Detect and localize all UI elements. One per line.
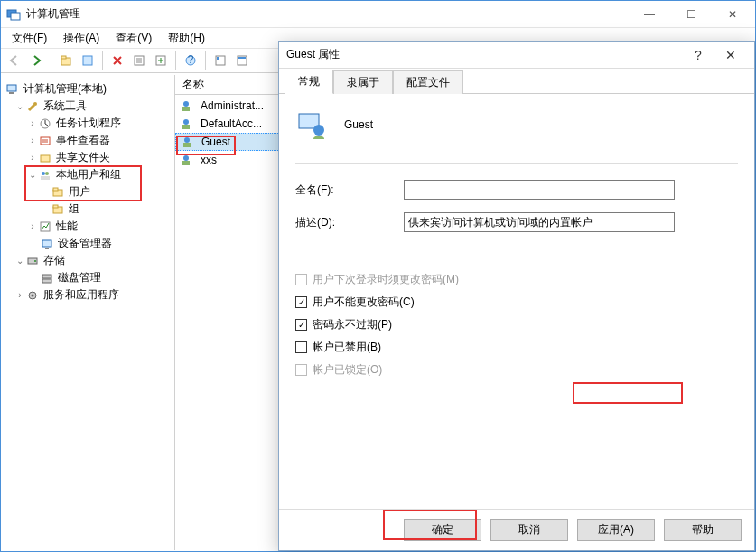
svg-point-30 (34, 260, 36, 262)
checkbox-label: 用户下次登录时须更改密码(M) (313, 272, 459, 287)
fullname-input[interactable] (404, 180, 675, 200)
expander-icon[interactable]: › (27, 221, 38, 231)
description-label: 描述(D): (295, 215, 404, 230)
checkbox-icon[interactable]: ✓ (295, 296, 307, 308)
tree-task-scheduler[interactable]: ›任务计划程序 (5, 115, 171, 132)
user-icon (179, 153, 193, 167)
help-icon[interactable]: ? (181, 51, 201, 70)
expander-icon[interactable]: ⌄ (27, 170, 38, 180)
checkbox-account-disabled[interactable]: 帐户已禁用(B) (295, 340, 738, 355)
svg-rect-31 (42, 275, 51, 278)
apply-button[interactable]: 应用(A) (577, 519, 655, 541)
refresh-icon[interactable] (129, 51, 149, 70)
description-input[interactable] (404, 212, 675, 232)
tab-profile[interactable]: 配置文件 (393, 70, 463, 94)
svg-rect-18 (41, 155, 50, 162)
svg-rect-4 (83, 56, 92, 65)
tree-users[interactable]: 用户 (5, 183, 171, 201)
list-label: Guest (201, 136, 230, 148)
svg-rect-36 (182, 107, 190, 111)
tree-system-tools[interactable]: ⌄系统工具 (5, 98, 171, 115)
svg-rect-17 (41, 137, 50, 145)
expander-icon[interactable]: ⌄ (14, 256, 25, 266)
menu-file[interactable]: 文件(F) (5, 29, 54, 48)
close-button[interactable]: ✕ (712, 1, 753, 28)
tree-disk-management[interactable]: 磁盘管理 (5, 269, 171, 286)
clock-icon (38, 117, 52, 131)
tree-event-viewer[interactable]: ›事件查看器 (5, 132, 171, 149)
user-icon (180, 135, 194, 149)
checkbox-never-expire[interactable]: ✓ 密码永不过期(P) (295, 317, 738, 332)
svg-rect-1 (11, 13, 20, 20)
expander-icon[interactable]: › (14, 290, 25, 300)
tree-label: 存储 (43, 253, 65, 268)
tree-shared-folders[interactable]: ›共享文件夹 (5, 149, 171, 166)
expander-icon[interactable]: ⌄ (14, 101, 25, 111)
tab-memberof[interactable]: 隶属于 (333, 70, 393, 94)
user-icon (179, 117, 193, 131)
expander-icon[interactable]: › (27, 136, 38, 145)
svg-point-35 (183, 101, 189, 107)
export-icon[interactable] (151, 51, 171, 70)
tab-general[interactable]: 常规 (285, 70, 333, 94)
svg-rect-10 (217, 57, 219, 60)
event-icon (38, 134, 52, 148)
device-icon (40, 237, 54, 251)
separator (175, 51, 176, 70)
app-icon (6, 7, 21, 22)
separator (102, 51, 103, 70)
delete-icon[interactable] (107, 51, 127, 70)
up-button[interactable] (56, 51, 76, 70)
user-large-icon (295, 108, 328, 141)
maximize-button[interactable]: ☐ (670, 1, 712, 28)
checkbox-icon[interactable]: ✓ (295, 319, 307, 331)
menu-help[interactable]: 帮助(H) (161, 29, 212, 48)
svg-point-39 (184, 137, 190, 143)
checkbox-cannot-change[interactable]: ✓ 用户不能更改密码(C) (295, 295, 738, 310)
back-button[interactable] (5, 51, 24, 70)
expander-icon[interactable]: › (27, 153, 38, 163)
checkbox-account-locked: 帐户已锁定(O) (295, 362, 738, 378)
properties-icon[interactable] (78, 51, 98, 70)
tree-pane: 计算机管理(本地) ⌄系统工具 ›任务计划程序 ›事件查看器 ›共享文件夹 ⌄本… (2, 75, 175, 550)
ok-button[interactable]: 确定 (404, 519, 481, 541)
tree-services-apps[interactable]: ›服务和应用程序 (5, 286, 171, 304)
svg-point-41 (183, 155, 189, 161)
dialog-titlebar: Guest 属性 ? ✕ (279, 42, 754, 69)
svg-rect-42 (182, 161, 190, 165)
svg-text:?: ? (188, 54, 194, 66)
menu-view[interactable]: 查看(V) (108, 29, 159, 48)
titlebar: 计算机管理 — ☐ ✕ (1, 1, 755, 28)
dialog-close-button[interactable]: ✕ (714, 48, 747, 62)
forward-button[interactable] (26, 51, 46, 70)
svg-rect-14 (9, 92, 14, 94)
tree-label: 磁盘管理 (58, 270, 101, 285)
tree-storage[interactable]: ⌄存储 (5, 252, 171, 269)
view-detail-icon[interactable] (232, 51, 252, 70)
tree-performance[interactable]: ›性能 (5, 218, 171, 235)
view-list-icon[interactable] (210, 51, 230, 70)
tree-label: 任务计划程序 (56, 116, 121, 131)
cancel-button[interactable]: 取消 (490, 519, 568, 541)
svg-point-44 (313, 125, 324, 136)
tree-device-manager[interactable]: 设备管理器 (5, 235, 171, 252)
tree-label: 共享文件夹 (56, 150, 110, 165)
svg-point-19 (42, 172, 45, 175)
menu-action[interactable]: 操作(A) (56, 29, 107, 48)
tree-label: 性能 (56, 219, 78, 234)
user-identity: Guest (295, 108, 738, 141)
storage-icon (25, 254, 40, 268)
svg-rect-3 (61, 56, 66, 59)
tree-root[interactable]: 计算机管理(本地) (5, 80, 171, 98)
checkbox-icon[interactable] (295, 341, 307, 353)
tree-groups[interactable]: 组 (5, 201, 171, 218)
tree-label: 系统工具 (43, 98, 87, 114)
gear-icon (25, 288, 40, 303)
dialog-tabs: 常规 隶属于 配置文件 (279, 69, 754, 94)
help-button[interactable]: 帮助 (664, 519, 742, 541)
minimize-button[interactable]: — (629, 1, 670, 28)
expander-icon[interactable]: › (27, 118, 38, 128)
dialog-help-button[interactable]: ? (682, 48, 714, 62)
computer-icon (5, 82, 20, 97)
tree-local-users-groups[interactable]: ⌄本地用户和组 (5, 166, 171, 183)
